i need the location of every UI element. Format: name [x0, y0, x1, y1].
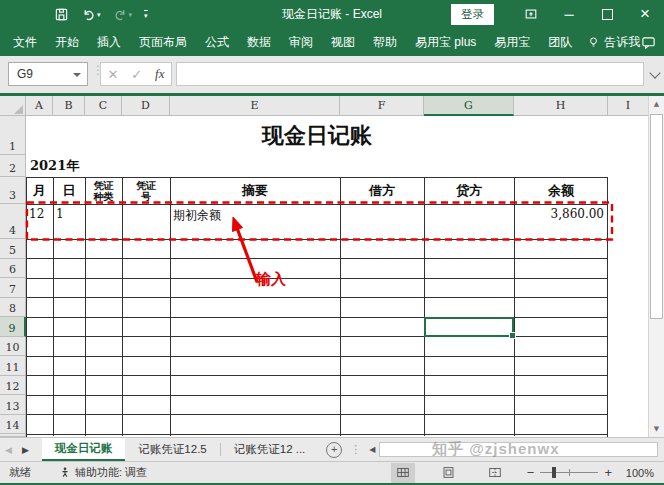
undo-button[interactable]: ▾	[81, 7, 101, 22]
cell-e4-summary[interactable]: 期初余额	[173, 207, 221, 224]
row-header-8[interactable]: 8	[0, 298, 26, 318]
insert-function-button[interactable]: fx	[155, 66, 164, 82]
ribbon-tab-yiyongbao-plus[interactable]: 易用宝 plus	[406, 28, 485, 56]
header-month[interactable]: 月	[26, 177, 53, 204]
tab-bar-separator-dots: ⋮	[350, 443, 361, 456]
select-all-corner[interactable]	[0, 96, 26, 116]
sheet-tab-cash-journal[interactable]: 现金日记账	[42, 438, 126, 461]
ribbon-tab-insert[interactable]: 插入	[88, 28, 130, 56]
normal-view-button[interactable]	[391, 463, 415, 483]
ribbon-tab-home[interactable]: 开始	[46, 28, 88, 56]
new-sheet-button[interactable]: +	[326, 442, 342, 458]
horizontal-scroll-track[interactable]	[379, 442, 658, 457]
row-header-10[interactable]: 10	[0, 337, 26, 357]
header-debit[interactable]: 借方	[340, 177, 424, 204]
column-header-f[interactable]: F	[340, 96, 424, 116]
row-header-12[interactable]: 12	[0, 376, 26, 396]
cell-a4-month[interactable]: 12	[29, 207, 44, 221]
maximize-button[interactable]	[588, 0, 626, 28]
name-box-dropdown-icon[interactable]	[73, 73, 81, 77]
row-header-4[interactable]: 4	[0, 204, 26, 239]
header-day[interactable]: 日	[53, 177, 85, 204]
sheet-tab-voucher-12-5[interactable]: 记账凭证12.5	[125, 438, 219, 461]
column-header-g-selected[interactable]: G	[424, 96, 514, 116]
column-header-b[interactable]: B	[53, 96, 85, 116]
redo-button[interactable]: ▾	[113, 7, 133, 22]
zoom-level[interactable]: 100%	[618, 467, 654, 479]
ribbon-tab-view[interactable]: 视图	[322, 28, 364, 56]
zoom-out-button[interactable]: −	[521, 465, 541, 480]
header-voucher-type[interactable]: 凭证种类	[92, 180, 116, 202]
fill-handle[interactable]	[509, 332, 516, 339]
undo-icon	[81, 7, 96, 22]
login-button[interactable]: 登录	[451, 4, 494, 25]
row-header-1[interactable]: 1	[0, 116, 26, 155]
formula-input[interactable]	[176, 62, 644, 86]
zoom-in-button[interactable]: +	[598, 465, 618, 480]
page-layout-view-button[interactable]	[437, 463, 461, 483]
scroll-up-icon[interactable]: ▲	[649, 96, 664, 112]
undo-dropdown-caret[interactable]: ▾	[97, 11, 101, 18]
cell-h4-balance[interactable]: 3,860.00	[514, 207, 604, 221]
formula-buttons: ✕ ✓ fx	[100, 62, 172, 86]
save-button[interactable]	[54, 7, 69, 22]
scroll-down-icon[interactable]: ▼	[649, 421, 664, 437]
header-balance[interactable]: 余额	[514, 177, 608, 204]
expand-formula-bar-icon[interactable]	[649, 67, 660, 78]
ribbon-tab-data[interactable]: 数据	[238, 28, 280, 56]
row-header-13[interactable]: 13	[0, 395, 26, 415]
header-credit[interactable]: 贷方	[424, 177, 514, 204]
page-break-preview-button[interactable]	[483, 463, 507, 483]
column-header-c[interactable]: C	[85, 96, 122, 116]
title-bar-controls: 登录 ─ ×	[451, 0, 664, 28]
ribbon-tab-formulas[interactable]: 公式	[196, 28, 238, 56]
ribbon-tab-help[interactable]: 帮助	[364, 28, 406, 56]
annotation-label: 输入	[256, 270, 286, 289]
row-header-3[interactable]: 3	[0, 177, 26, 204]
quick-access-toolbar: ▾ ▾ ▾	[0, 7, 148, 22]
active-cell-g9[interactable]	[424, 317, 514, 337]
column-header-i[interactable]: I	[608, 96, 648, 116]
header-voucher-no[interactable]: 凭证号	[134, 180, 158, 202]
row-header-9-selected[interactable]: 9	[0, 317, 26, 337]
column-header-a[interactable]: A	[26, 96, 53, 116]
column-header-d[interactable]: D	[122, 96, 170, 116]
sheet-title-cell[interactable]: 现金日记账	[26, 116, 608, 155]
ribbon-tab-team[interactable]: 团队	[539, 28, 581, 56]
row-header-11[interactable]: 11	[0, 356, 26, 376]
sheet-tab-voucher-12[interactable]: 记账凭证12 ...	[221, 438, 319, 461]
column-header-h[interactable]: H	[514, 96, 608, 116]
minimize-button[interactable]: ─	[550, 0, 588, 28]
year-cell[interactable]: 2021年	[30, 155, 130, 177]
zoom-slider[interactable]	[540, 472, 598, 473]
ribbon-tab-page-layout[interactable]: 页面布局	[130, 28, 196, 56]
hscroll-left-icon[interactable]: ◀	[365, 445, 379, 454]
cancel-entry-button[interactable]: ✕	[107, 67, 118, 82]
vertical-scroll-thumb[interactable]	[650, 114, 663, 319]
confirm-entry-button[interactable]: ✓	[131, 67, 142, 82]
redo-dropdown-caret[interactable]: ▾	[129, 11, 133, 18]
cell-b4-day[interactable]: 1	[56, 207, 64, 221]
row-header-6[interactable]: 6	[0, 259, 26, 279]
comments-button[interactable]	[641, 35, 656, 50]
sheet-nav-next-icon[interactable]: ▶	[17, 438, 34, 461]
ribbon-tab-yiyongbao[interactable]: 易用宝	[485, 28, 539, 56]
ribbon-tab-review[interactable]: 审阅	[280, 28, 322, 56]
row-header-2[interactable]: 2	[0, 155, 26, 177]
column-header-e[interactable]: E	[170, 96, 340, 116]
row-header-14[interactable]: 14	[0, 415, 26, 435]
zoom-slider-handle[interactable]	[552, 467, 556, 478]
ribbon-display-options-button[interactable]	[512, 0, 550, 28]
name-box[interactable]: G9	[8, 62, 88, 86]
vertical-scrollbar[interactable]: ▲ ▼	[648, 96, 664, 437]
row-header-7[interactable]: 7	[0, 278, 26, 298]
accessibility-checker-button[interactable]: 辅助功能: 调查	[59, 465, 147, 480]
sheet-nav-prev-icon[interactable]: ◀	[0, 438, 17, 461]
customize-qat-button[interactable]: ▾	[144, 10, 148, 19]
header-summary[interactable]: 摘要	[170, 177, 340, 204]
row-header-5[interactable]: 5	[0, 239, 26, 259]
tell-me-button[interactable]: 告诉我	[587, 34, 640, 51]
close-button[interactable]: ×	[626, 0, 664, 28]
horizontal-scrollbar[interactable]: ◀	[365, 442, 658, 457]
ribbon-tab-file[interactable]: 文件	[4, 28, 46, 56]
